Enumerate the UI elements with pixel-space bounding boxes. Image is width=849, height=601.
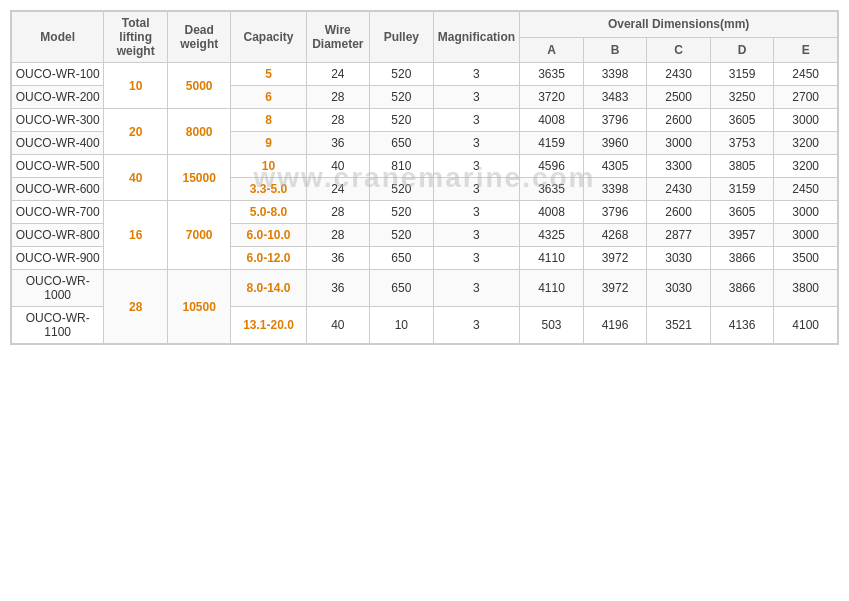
cell-capacity: 8.0-14.0 (231, 270, 306, 307)
cell-a: 4159 (520, 132, 584, 155)
cell-c: 3030 (647, 247, 711, 270)
cell-e: 3000 (774, 224, 838, 247)
cell-b: 4268 (583, 224, 647, 247)
cell-c: 3300 (647, 155, 711, 178)
cell-a: 4596 (520, 155, 584, 178)
cell-model: OUCO-WR-700 (12, 201, 104, 224)
cell-magnification: 3 (433, 132, 520, 155)
cell-pulley: 650 (370, 247, 434, 270)
cell-magnification: 3 (433, 224, 520, 247)
cell-pulley: 520 (370, 63, 434, 86)
cell-magnification: 3 (433, 201, 520, 224)
cell-e: 3500 (774, 247, 838, 270)
cell-model: OUCO-WR-900 (12, 247, 104, 270)
header-total-lifting: Total lifting weight (104, 12, 168, 63)
cell-magnification: 3 (433, 63, 520, 86)
header-pulley: Pulley (370, 12, 434, 63)
cell-model: OUCO-WR-1100 (12, 307, 104, 344)
cell-a: 4325 (520, 224, 584, 247)
cell-pulley: 520 (370, 178, 434, 201)
header-a: A (520, 37, 584, 63)
cell-a: 503 (520, 307, 584, 344)
cell-dead-weight: 5000 (167, 63, 231, 109)
cell-d: 3605 (710, 201, 774, 224)
cell-magnification: 3 (433, 307, 520, 344)
cell-e: 3000 (774, 201, 838, 224)
table-row: OUCO-WR-10010500052452033635339824303159… (12, 63, 838, 86)
cell-c: 2600 (647, 201, 711, 224)
cell-e: 3000 (774, 109, 838, 132)
cell-a: 3720 (520, 86, 584, 109)
cell-pulley: 520 (370, 109, 434, 132)
cell-model: OUCO-WR-400 (12, 132, 104, 155)
cell-magnification: 3 (433, 109, 520, 132)
cell-e: 2700 (774, 86, 838, 109)
cell-capacity: 8 (231, 109, 306, 132)
cell-d: 4136 (710, 307, 774, 344)
cell-d: 3866 (710, 270, 774, 307)
cell-capacity: 9 (231, 132, 306, 155)
cell-magnification: 3 (433, 86, 520, 109)
cell-magnification: 3 (433, 270, 520, 307)
cell-magnification: 3 (433, 155, 520, 178)
cell-wire-diameter: 40 (306, 307, 370, 344)
cell-e: 2450 (774, 63, 838, 86)
cell-wire-diameter: 36 (306, 247, 370, 270)
cell-capacity: 5 (231, 63, 306, 86)
header-wire-diameter: Wire Diameter (306, 12, 370, 63)
cell-capacity: 6 (231, 86, 306, 109)
cell-a: 3635 (520, 178, 584, 201)
cell-model: OUCO-WR-1000 (12, 270, 104, 307)
cell-model: OUCO-WR-800 (12, 224, 104, 247)
cell-wire-diameter: 36 (306, 270, 370, 307)
cell-wire-diameter: 28 (306, 86, 370, 109)
cell-wire-diameter: 36 (306, 132, 370, 155)
cell-capacity: 13.1-20.0 (231, 307, 306, 344)
cell-wire-diameter: 28 (306, 201, 370, 224)
table-row: OUCO-WR-30020800082852034008379626003605… (12, 109, 838, 132)
cell-a: 3635 (520, 63, 584, 86)
cell-capacity: 10 (231, 155, 306, 178)
header-b: B (583, 37, 647, 63)
header-model: Model (12, 12, 104, 63)
table-row: OUCO-WR-50040150001040810345964305330038… (12, 155, 838, 178)
cell-a: 4008 (520, 109, 584, 132)
table-body: OUCO-WR-10010500052452033635339824303159… (12, 63, 838, 344)
cell-magnification: 3 (433, 247, 520, 270)
cell-capacity: 6.0-10.0 (231, 224, 306, 247)
cell-a: 4008 (520, 201, 584, 224)
cell-pulley: 520 (370, 224, 434, 247)
cell-c: 2600 (647, 109, 711, 132)
cell-e: 3200 (774, 155, 838, 178)
cell-pulley: 520 (370, 86, 434, 109)
cell-wire-diameter: 40 (306, 155, 370, 178)
cell-model: OUCO-WR-200 (12, 86, 104, 109)
table-row: OUCO-WR-7001670005.0-8.02852034008379626… (12, 201, 838, 224)
table-row: OUCO-WR-100028105008.0-14.03665034110397… (12, 270, 838, 307)
cell-d: 3159 (710, 178, 774, 201)
cell-capacity: 3.3-5.0 (231, 178, 306, 201)
cell-e: 2450 (774, 178, 838, 201)
cell-wire-diameter: 28 (306, 224, 370, 247)
cell-b: 3796 (583, 109, 647, 132)
cell-d: 3753 (710, 132, 774, 155)
cell-total-lifting: 16 (104, 201, 168, 270)
cell-c: 2877 (647, 224, 711, 247)
cell-c: 2430 (647, 178, 711, 201)
cell-c: 3000 (647, 132, 711, 155)
cell-d: 3805 (710, 155, 774, 178)
cell-total-lifting: 40 (104, 155, 168, 201)
cell-wire-diameter: 24 (306, 178, 370, 201)
cell-b: 4196 (583, 307, 647, 344)
header-magnification: Magnification (433, 12, 520, 63)
cell-c: 3030 (647, 270, 711, 307)
table-wrapper: www.cranemarine.com Model Total lifting … (10, 10, 839, 345)
header-capacity: Capacity (231, 12, 306, 63)
cell-model: OUCO-WR-500 (12, 155, 104, 178)
cell-pulley: 520 (370, 201, 434, 224)
cell-b: 3972 (583, 247, 647, 270)
cell-b: 3398 (583, 63, 647, 86)
cell-total-lifting: 20 (104, 109, 168, 155)
cell-capacity: 6.0-12.0 (231, 247, 306, 270)
cell-d: 3866 (710, 247, 774, 270)
